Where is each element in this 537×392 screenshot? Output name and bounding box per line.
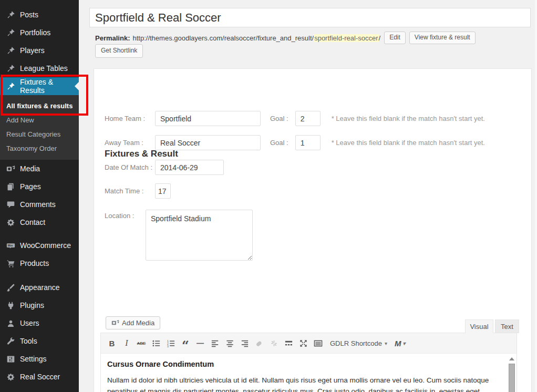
sidebar-item-label: Products: [20, 259, 49, 267]
sidebar-item-woocommerce[interactable]: Woo WooCommerce: [0, 236, 79, 254]
get-shortlink-button[interactable]: Get Shortlink: [95, 44, 143, 58]
editor-toolbar: B I ABE 123 “ — GDLR Shortco: [101, 333, 517, 354]
sidebar-item-fixtures-results[interactable]: Fixtures & Results: [0, 77, 79, 95]
pin-icon: [5, 45, 16, 56]
permalink-row: Permalink: http://themes.goodlayers.com/…: [95, 32, 476, 44]
sidebar-item-label: Contact: [20, 218, 45, 226]
away-team-input[interactable]: [155, 135, 261, 150]
home-goal-input[interactable]: [295, 111, 321, 126]
wrench-icon: [5, 336, 16, 346]
home-team-label: Home Team :: [105, 115, 155, 122]
submenu-item-add-new[interactable]: Add New: [0, 113, 79, 127]
plug-icon: [5, 300, 16, 311]
bullet-list-button[interactable]: [149, 336, 163, 350]
admin-sidebar: Posts Portfolios Players League Tables F…: [0, 0, 79, 392]
sidebar-item-label: Fixtures & Results: [20, 78, 79, 95]
goal-note: * Leave this field blank if the match ha…: [332, 139, 485, 147]
gdlr-shortcode-dropdown[interactable]: GDLR Shortcode ▾: [330, 339, 387, 347]
comment-icon: [5, 199, 16, 210]
sidebar-item-settings[interactable]: Settings: [0, 350, 79, 368]
sidebar-item-label: Plugins: [20, 301, 44, 310]
editor-content-paragraph: Nullam id dolor id nibh ultricies vehicu…: [107, 375, 499, 392]
numbered-list-button[interactable]: 123: [164, 336, 178, 350]
sidebar-item-products[interactable]: Products: [0, 254, 79, 272]
align-center-button[interactable]: [223, 336, 236, 350]
post-title-input[interactable]: [89, 8, 531, 27]
sidebar-item-portfolios[interactable]: Portfolios: [0, 24, 79, 42]
sidebar-item-plugins[interactable]: Plugins: [0, 296, 79, 314]
date-row: Date Of Match :: [105, 160, 224, 175]
fullscreen-button[interactable]: [296, 336, 310, 350]
media-icon: [5, 163, 16, 174]
home-team-row: Home Team : Goal : * Leave this field bl…: [105, 111, 485, 126]
pin-icon: [5, 9, 16, 20]
scroll-up-arrow-icon[interactable]: [509, 357, 514, 360]
bold-button[interactable]: B: [105, 336, 119, 350]
permalink-trailing-slash: /: [379, 34, 381, 42]
blockquote-button[interactable]: “: [179, 336, 192, 350]
sidebar-item-comments[interactable]: Comments: [0, 195, 79, 213]
sidebar-item-pages[interactable]: Pages: [0, 178, 79, 195]
pin-icon: [5, 81, 16, 91]
tab-text[interactable]: Text: [495, 319, 519, 333]
sidebar-item-users[interactable]: Users: [0, 314, 79, 332]
submenu-item-all-fixtures[interactable]: All fixtures & results: [0, 99, 79, 113]
svg-text:3: 3: [167, 345, 168, 348]
tab-visual[interactable]: Visual: [465, 319, 493, 333]
sidebar-item-label: Settings: [20, 355, 47, 363]
away-goal-input[interactable]: [295, 135, 321, 150]
brush-icon: [5, 282, 16, 293]
unlink-button[interactable]: [267, 336, 281, 350]
mountain-shortcode-dropdown[interactable]: M ▾: [395, 339, 406, 348]
gear-icon: [5, 372, 16, 382]
sidebar-item-label: Media: [20, 164, 40, 173]
edit-permalink-button[interactable]: Edit: [384, 32, 406, 44]
away-goal-label: Goal :: [270, 139, 288, 147]
location-textarea[interactable]: Sportfield Stadium: [146, 210, 253, 261]
sidebar-item-media[interactable]: Media: [0, 160, 79, 178]
pin-icon: [5, 63, 16, 74]
away-team-row: Away Team : Goal : * Leave this field bl…: [105, 135, 485, 150]
permalink-url: http://themes.goodlayers.com/realsoccer/…: [132, 34, 314, 42]
gear-icon: [5, 217, 16, 228]
strikethrough-button[interactable]: ABE: [135, 336, 148, 350]
editor-content-heading: Cursus Ornare Condimentum: [107, 360, 503, 368]
sidebar-item-label: Comments: [20, 200, 56, 209]
sidebar-item-league-tables[interactable]: League Tables: [0, 59, 79, 77]
goal-note: * Leave this field blank if the match ha…: [332, 115, 485, 122]
sidebar-item-posts[interactable]: Posts: [0, 6, 79, 24]
permalink-slug[interactable]: sportfield-real-soccer: [314, 34, 378, 42]
more-tag-button[interactable]: [282, 336, 295, 350]
sidebar-item-label: Users: [20, 319, 39, 327]
date-of-match-input[interactable]: [155, 160, 224, 175]
sidebar-item-label: Portfolios: [20, 28, 50, 37]
date-of-match-label: Date Of Match :: [105, 163, 155, 171]
sidebar-item-contact[interactable]: Contact: [0, 213, 79, 231]
submenu-item-taxonomy-order[interactable]: Taxonomy Order: [0, 141, 79, 156]
gdlr-shortcode-label: GDLR Shortcode: [330, 339, 382, 347]
permalink-label: Permalink:: [95, 34, 130, 42]
scrollbar-thumb[interactable]: [509, 364, 515, 392]
chevron-down-icon: ▾: [385, 341, 387, 346]
time-row: Match Time :: [105, 183, 171, 199]
align-left-button[interactable]: [208, 336, 222, 350]
sidebar-item-tools[interactable]: Tools: [0, 332, 79, 350]
italic-button[interactable]: I: [120, 336, 133, 350]
align-right-button[interactable]: [237, 336, 251, 350]
add-media-button[interactable]: Add Media: [106, 316, 160, 329]
match-time-input[interactable]: [155, 183, 171, 199]
sidebar-item-players[interactable]: Players: [0, 42, 79, 59]
horizontal-rule-button[interactable]: —: [193, 336, 207, 350]
link-button[interactable]: [252, 336, 266, 350]
editor-scrollbar[interactable]: [508, 355, 515, 392]
toolbar-toggle-button[interactable]: [311, 336, 325, 350]
editor-content[interactable]: Cursus Ornare Condimentum Nullam id dolo…: [101, 354, 517, 392]
home-team-input[interactable]: [155, 111, 261, 126]
admin-menu: Posts Portfolios Players League Tables F…: [0, 0, 79, 386]
fixtures-result-heading: Fixtures & Result: [105, 149, 178, 159]
sidebar-item-real-soccer[interactable]: Real Soccer: [0, 368, 79, 386]
sidebar-item-appearance[interactable]: Appearance: [0, 278, 79, 296]
view-fixture-button[interactable]: View fixture & result: [409, 32, 476, 44]
submenu-item-result-categories[interactable]: Result Categories: [0, 127, 79, 141]
sidebar-item-label: WooCommerce: [20, 241, 71, 250]
